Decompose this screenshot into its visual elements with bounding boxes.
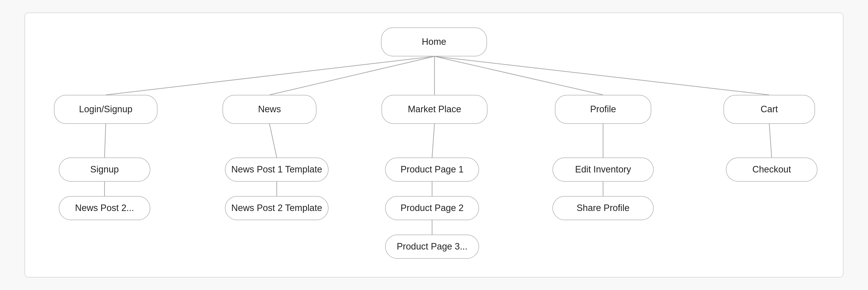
- svg-line-3: [434, 56, 603, 95]
- node-marketplace-label: Market Place: [408, 104, 461, 115]
- node-cart-label: Cart: [761, 104, 778, 115]
- node-home: Home: [381, 28, 487, 56]
- node-editinventory-label: Edit Inventory: [575, 164, 631, 175]
- node-login: Login/Signup: [54, 95, 157, 124]
- svg-line-0: [106, 56, 434, 95]
- node-news-label: News: [258, 104, 281, 115]
- node-signup-label: Signup: [90, 164, 119, 175]
- node-news: News: [222, 95, 316, 124]
- node-product3: Product Page 3...: [385, 235, 479, 259]
- node-newspost2: News Post 2...: [59, 196, 150, 220]
- node-product1-label: Product Page 1: [401, 164, 464, 175]
- svg-line-9: [432, 124, 434, 158]
- node-cart: Cart: [723, 95, 815, 124]
- node-product3-label: Product Page 3...: [397, 241, 467, 252]
- node-shareprofile: Share Profile: [553, 196, 654, 220]
- node-checkout-label: Checkout: [752, 164, 791, 175]
- svg-line-1: [270, 56, 434, 95]
- node-signup: Signup: [59, 158, 150, 182]
- node-shareprofile-label: Share Profile: [577, 202, 629, 214]
- node-newspost2-label: News Post 2...: [75, 202, 134, 214]
- node-profile: Profile: [555, 95, 651, 124]
- node-login-label: Login/Signup: [79, 104, 132, 115]
- node-editinventory: Edit Inventory: [553, 158, 654, 182]
- node-product2-label: Product Page 2: [401, 202, 464, 214]
- node-newspost2template: News Post 2 Template: [225, 196, 329, 220]
- svg-line-14: [769, 124, 772, 158]
- node-profile-label: Profile: [590, 104, 616, 115]
- node-home-label: Home: [422, 36, 446, 47]
- node-checkout: Checkout: [726, 158, 817, 182]
- diagram-container: Home Login/Signup News Market Place Prof…: [25, 12, 843, 278]
- node-newspost1template-label: News Post 1 Template: [231, 164, 322, 175]
- node-newspost1template: News Post 1 Template: [225, 158, 329, 182]
- svg-line-7: [270, 124, 277, 158]
- svg-line-4: [434, 56, 769, 95]
- node-product2: Product Page 2: [385, 196, 479, 220]
- node-product1: Product Page 1: [385, 158, 479, 182]
- node-newspost2template-label: News Post 2 Template: [231, 202, 322, 214]
- node-marketplace: Market Place: [381, 95, 488, 124]
- svg-line-5: [104, 124, 106, 158]
